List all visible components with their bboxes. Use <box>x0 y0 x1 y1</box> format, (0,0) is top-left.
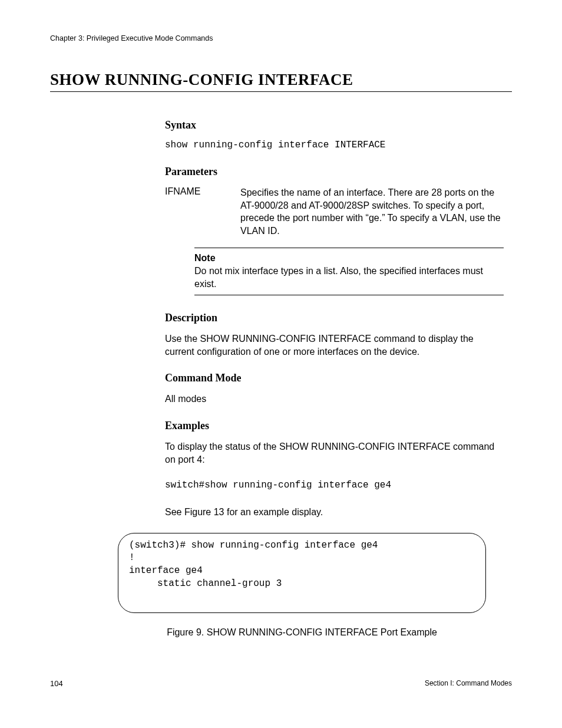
note-label: Note <box>194 252 504 265</box>
command-mode-heading: Command Mode <box>165 372 504 384</box>
examples-command: switch#show running-config interface ge4 <box>165 480 504 490</box>
title-block: SHOW RUNNING-CONFIG INTERFACE <box>50 71 512 92</box>
examples-heading: Examples <box>165 420 504 432</box>
examples-see: See Figure 13 for an example display. <box>165 506 504 519</box>
parameter-name: IFNAME <box>165 186 212 237</box>
syntax-heading: Syntax <box>165 119 504 131</box>
figure-caption: Figure 9. SHOW RUNNING-CONFIG INTERFACE … <box>118 627 486 638</box>
page-number: 104 <box>50 679 63 688</box>
parameter-row: IFNAME Specifies the name of an interfac… <box>165 186 504 237</box>
syntax-line: show running-config interface INTERFACE <box>165 140 504 150</box>
example-output-box: (switch3)# show running-config interface… <box>118 533 486 613</box>
description-heading: Description <box>165 312 504 324</box>
examples-intro: To display the status of the SHOW RUNNIN… <box>165 440 504 466</box>
parameters-heading: Parameters <box>165 166 504 178</box>
parameter-description: Specifies the name of an interface. Ther… <box>240 186 504 237</box>
description-text: Use the SHOW RUNNING-CONFIG INTERFACE co… <box>165 332 504 358</box>
page-title: SHOW RUNNING-CONFIG INTERFACE <box>50 71 512 89</box>
command-mode-text: All modes <box>165 393 504 406</box>
note-text: Do not mix interface types in a list. Al… <box>194 265 504 290</box>
section-label: Section I: Command Modes <box>425 679 512 688</box>
page-footer: 104 Section I: Command Modes <box>50 679 512 688</box>
chapter-header: Chapter 3: Privileged Executive Mode Com… <box>50 34 512 42</box>
note-block: Note Do not mix interface types in a lis… <box>194 248 504 295</box>
